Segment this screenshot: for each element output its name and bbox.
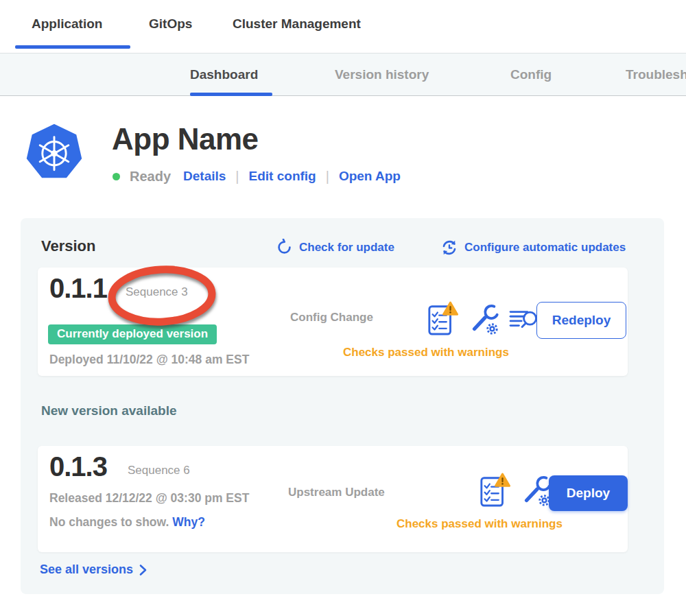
status-text: Ready [130,169,171,185]
edit-config-link[interactable]: Edit config [249,169,316,184]
open-app-link[interactable]: Open App [339,169,401,184]
view-files-icon[interactable] [509,307,539,333]
page-title: App Name [112,122,259,156]
tab-version-history[interactable]: Version history [335,67,429,82]
tab-cluster-management[interactable]: Cluster Management [233,16,361,32]
deployed-timestamp: Deployed 11/10/22 @ 10:48 am EST [49,353,249,367]
kubernetes-logo [25,123,84,182]
version-check-icons [427,300,539,336]
active-tab-underline [15,45,130,49]
configure-automatic-updates-label: Configure automatic updates [464,241,626,254]
checks-status-text: Checks passed with warnings [397,517,563,531]
chevron-right-icon [139,564,147,576]
divider: | [326,169,329,185]
deployed-version-badge: Currently deployed version [48,324,217,344]
current-version-sequence: Sequence 3 [126,285,188,299]
check-for-update-link[interactable]: Check for update [276,239,394,256]
current-version-number: 0.1.1 [49,273,107,304]
config-wrench-icon[interactable] [519,475,552,508]
version-panel-title: Version [41,237,95,255]
released-timestamp: Released 12/12/22 @ 03:30 pm EST [49,491,249,506]
app-status-row: Ready Details | Edit config | Open App [113,167,401,186]
see-all-versions-link[interactable]: See all versions [40,562,147,577]
deploy-button[interactable]: Deploy [549,475,628,511]
available-version-number: 0.1.3 [49,451,107,482]
active-subtab-underline [190,93,272,96]
see-all-versions-label: See all versions [40,562,133,577]
refresh-icon [276,239,293,256]
divider: | [235,169,239,185]
configure-automatic-updates-link[interactable]: Configure automatic updates [440,239,626,257]
tab-dashboard[interactable]: Dashboard [190,67,258,82]
details-link[interactable]: Details [183,169,226,184]
preflight-checks-icon[interactable] [427,300,458,336]
why-link[interactable]: Why? [172,515,205,529]
redeploy-button[interactable]: Redeploy [536,302,626,339]
config-wrench-icon[interactable] [467,303,500,336]
available-version-sequence: Sequence 6 [128,464,190,477]
version-source-label: Config Change [290,311,373,324]
status-dot [113,173,120,180]
auto-update-icon [440,239,458,257]
preflight-checks-icon[interactable] [479,472,510,508]
tab-config[interactable]: Config [510,67,552,82]
new-version-heading: New version available [41,403,177,418]
diff-summary: No changes to show. Why? [49,515,205,530]
app-sub-navigation: Dashboard Version history Config Trouble… [0,53,686,96]
tab-troubleshoot[interactable]: Troubleshoot [626,67,686,82]
top-navigation: Application GitOps Cluster Management [0,0,686,53]
diff-text: No changes to show. [49,515,169,529]
check-for-update-label: Check for update [299,241,394,254]
version-source-label: Upstream Update [288,486,385,499]
available-version-card: 0.1.3 Sequence 6 Released 12/12/22 @ 03:… [38,446,628,552]
checks-status-text: Checks passed with warnings [343,346,509,359]
version-panel: Version Check for update Configure autom… [21,218,664,594]
tab-gitops[interactable]: GitOps [149,16,192,32]
tab-application[interactable]: Application [32,16,102,32]
current-version-card: 0.1.1 Sequence 3 Currently deployed vers… [38,268,628,376]
version-check-icons [479,472,552,508]
